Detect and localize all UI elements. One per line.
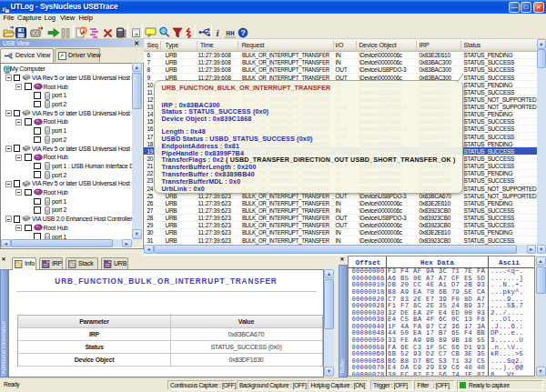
- svg-text:i: i: [216, 27, 219, 38]
- svg-text:?: ?: [240, 28, 245, 37]
- svg-text:HH: HH: [226, 29, 235, 37]
